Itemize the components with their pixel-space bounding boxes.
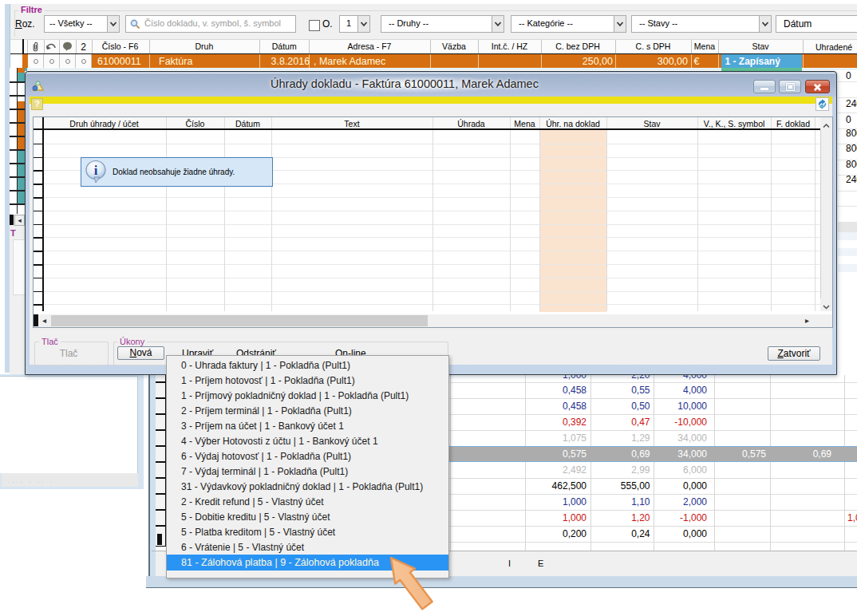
svg-text:i: i bbox=[94, 163, 98, 178]
